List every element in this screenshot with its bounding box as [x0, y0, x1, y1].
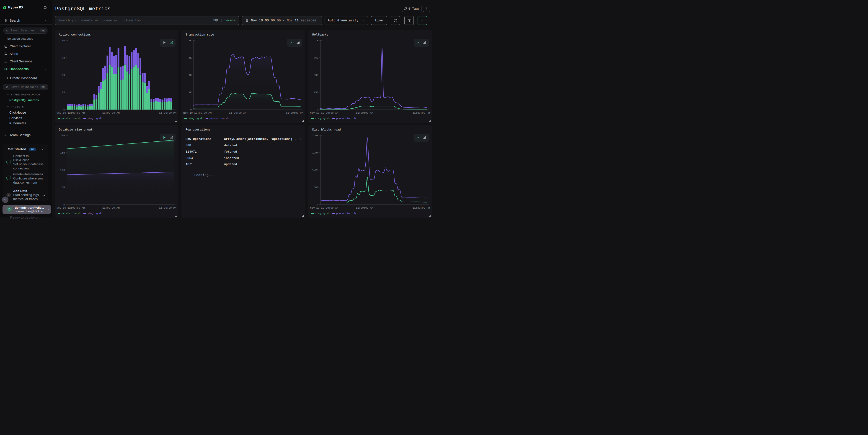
svg-text:Nov 10 12:00:00 AM: Nov 10 12:00:00 AM [310, 206, 338, 209]
svg-text:11:00:00 AM: 11:00:00 AM [356, 206, 373, 209]
svg-text:11:00:00 AM: 11:00:00 AM [102, 111, 120, 114]
svg-text:4K: 4K [188, 73, 192, 76]
svg-text:1.8K: 1.8K [312, 151, 318, 154]
svg-text:Nov 10 12:00:00 AM: Nov 10 12:00:00 AM [57, 111, 85, 114]
svg-text:0: 0 [63, 203, 65, 206]
svg-text:11:30:00 PM: 11:30:00 PM [159, 111, 177, 114]
svg-text:8K: 8K [188, 39, 192, 42]
svg-text:11:30:00 PM: 11:30:00 PM [412, 206, 430, 209]
svg-text:500: 500 [314, 73, 318, 76]
svg-text:11:30:00 PM: 11:30:00 PM [412, 111, 430, 114]
svg-text:20B: 20B [60, 134, 65, 137]
svg-text:2K: 2K [188, 91, 192, 94]
svg-text:11:00:00 AM: 11:00:00 AM [102, 206, 120, 209]
svg-text:2.4K: 2.4K [312, 134, 318, 137]
svg-text:0: 0 [190, 108, 192, 111]
svg-text:0: 0 [63, 108, 65, 111]
svg-text:6K: 6K [188, 56, 192, 59]
svg-text:75: 75 [62, 56, 65, 59]
svg-text:11:30:00 PM: 11:30:00 PM [286, 111, 303, 114]
svg-text:11:00:00 AM: 11:00:00 AM [356, 111, 373, 114]
svg-text:1.2K: 1.2K [312, 169, 318, 171]
svg-text:10B: 10B [60, 169, 65, 171]
svg-text:15B: 15B [60, 151, 65, 154]
svg-text:100: 100 [60, 39, 65, 42]
svg-text:750: 750 [314, 56, 318, 59]
svg-text:250: 250 [314, 91, 318, 94]
svg-text:Nov 10 12:00:00 AM: Nov 10 12:00:00 AM [183, 111, 212, 114]
svg-text:1K: 1K [315, 39, 318, 42]
svg-text:600: 600 [314, 186, 318, 189]
svg-text:25: 25 [62, 91, 65, 94]
svg-text:0: 0 [317, 203, 318, 206]
svg-text:Nov 10 12:00:00 AM: Nov 10 12:00:00 AM [57, 206, 85, 209]
svg-text:11:30:00 PM: 11:30:00 PM [159, 206, 177, 209]
svg-text:0: 0 [317, 108, 318, 111]
svg-text:50: 50 [62, 73, 65, 76]
svg-text:5B: 5B [62, 186, 65, 189]
svg-text:11:00:00 AM: 11:00:00 AM [229, 111, 246, 114]
svg-text:Nov 10 12:00:00 AM: Nov 10 12:00:00 AM [310, 111, 338, 114]
